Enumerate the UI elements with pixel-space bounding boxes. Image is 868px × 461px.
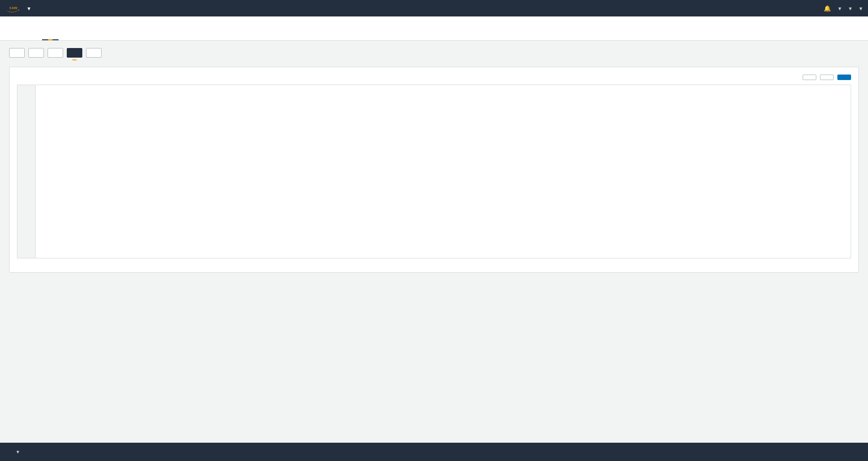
notification-bell-icon[interactable]: 🔔 bbox=[824, 5, 831, 12]
support-menu[interactable]: ▾ bbox=[859, 5, 863, 12]
bucket-policy-badge bbox=[72, 59, 77, 60]
code-content[interactable] bbox=[36, 85, 851, 258]
subtab-object-ownership[interactable] bbox=[48, 48, 63, 58]
content-area bbox=[0, 41, 868, 434]
services-chevron-icon: ▾ bbox=[27, 5, 31, 12]
code-editor[interactable] bbox=[17, 85, 851, 258]
tab-properties[interactable] bbox=[26, 29, 42, 40]
code-editor-wrapper bbox=[17, 85, 851, 258]
main-tab-bar bbox=[9, 29, 859, 40]
top-navigation: ▾ 🔔 ▾ ▾ ▾ bbox=[0, 0, 868, 16]
services-button[interactable]: ▾ bbox=[26, 5, 31, 12]
footer-left: ▾ bbox=[9, 449, 19, 455]
editor-title-block bbox=[17, 75, 21, 76]
editor-header bbox=[17, 75, 851, 80]
delete-button[interactable] bbox=[803, 75, 816, 80]
save-button[interactable] bbox=[837, 75, 851, 80]
user-menu[interactable]: ▾ bbox=[838, 5, 841, 12]
policy-editor-panel bbox=[9, 67, 859, 273]
nav-left: ▾ bbox=[5, 3, 31, 13]
page-header bbox=[0, 16, 868, 41]
bucket-name-title bbox=[9, 21, 859, 29]
footer: ▾ bbox=[0, 443, 868, 461]
cancel-button[interactable] bbox=[820, 75, 834, 80]
tab-access-points[interactable] bbox=[75, 29, 91, 40]
subtab-acl[interactable] bbox=[28, 48, 44, 58]
subtab-block-public-access[interactable] bbox=[9, 48, 25, 58]
line-numbers bbox=[17, 85, 36, 258]
aws-logo bbox=[5, 3, 22, 13]
tab-overview[interactable] bbox=[9, 29, 26, 40]
subtab-cors[interactable] bbox=[86, 48, 102, 58]
region-selector[interactable]: ▾ bbox=[849, 5, 852, 12]
editor-actions bbox=[803, 75, 851, 80]
tab-permissions[interactable] bbox=[42, 29, 59, 40]
language-selector[interactable]: ▾ bbox=[16, 449, 19, 455]
permissions-tab-badge bbox=[48, 39, 53, 40]
nav-right: 🔔 ▾ ▾ ▾ bbox=[824, 5, 863, 12]
subtab-bucket-policy[interactable] bbox=[67, 48, 82, 58]
tab-management[interactable] bbox=[59, 29, 75, 40]
sub-tab-bar bbox=[9, 48, 859, 58]
